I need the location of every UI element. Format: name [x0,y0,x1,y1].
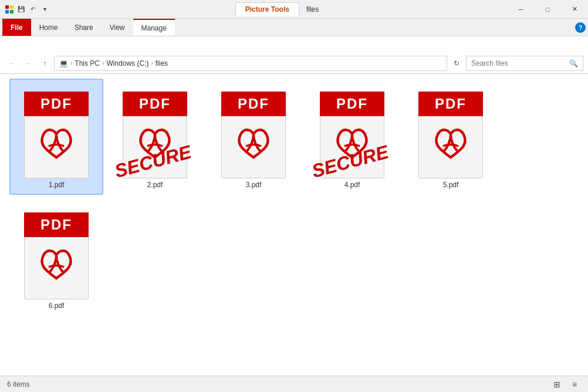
pdf-icon-wrapper: PDF [413,85,489,178]
acrobat-symbol [430,121,471,164]
breadcrumb-windows: Windows (C:) [106,59,148,67]
pdf-label: PDF [40,217,72,233]
forward-button[interactable]: → [21,56,35,70]
tab-share[interactable]: Share [66,19,102,36]
item-count: 6 items [7,380,30,388]
pdf-icon-wrapper: PDF [18,205,94,299]
pdf-icon-wrapper: PDF [215,85,292,178]
svg-rect-0 [5,5,9,9]
status-bar: 6 items ⊞ ≡ [0,376,588,392]
pdf-banner: PDF [418,92,483,116]
search-icon: 🔍 [569,59,578,67]
back-button[interactable]: ← [5,56,19,70]
titlebar-center: Picture Tools files [54,2,507,16]
view-list-icon[interactable]: ≡ [568,378,581,391]
picture-tools-tab[interactable]: Picture Tools [235,2,299,16]
acrobat-symbol [36,121,77,164]
address-bar: ← → ↑ 💻 › This PC › Windows (C:) › files… [0,53,588,74]
pdf-banner: PDF [24,212,89,237]
file-item[interactable]: PDF 3.pdf [207,79,300,195]
undo-icon[interactable]: ↶ [28,5,38,14]
quick-access-icon[interactable]: 💾 [16,5,26,14]
breadcrumb-thisPc: This PC [75,59,100,67]
file-item[interactable]: PDF 6.pdf [9,200,103,316]
tab-home[interactable]: Home [31,19,66,36]
refresh-button[interactable]: ↻ [450,56,464,70]
svg-rect-3 [10,10,13,13]
tab-view[interactable]: View [102,19,133,36]
pdf-banner: PDF [320,92,384,116]
svg-rect-1 [10,5,13,9]
acrobat-symbol [36,242,77,285]
file-label: 5.pdf [443,181,459,189]
view-large-icon[interactable]: ⊞ [550,378,563,391]
title-bar: 💾 ↶ ▾ Picture Tools files ─ □ ✕ [0,0,588,19]
pdf-banner: PDF [221,92,286,116]
pdf-icon-wrapper: PDF [18,85,94,178]
file-label: 2.pdf [147,181,163,189]
status-right: ⊞ ≡ [550,378,581,391]
titlebar-icons: 💾 ↶ ▾ [0,5,54,14]
pdf-label: PDF [40,96,72,112]
window-controls: ─ □ ✕ [507,0,588,19]
up-button[interactable]: ↑ [38,56,52,70]
file-label: 6.pdf [49,302,65,310]
system-icon [5,5,14,14]
pdf-label: PDF [139,96,171,112]
tab-file[interactable]: File [2,19,31,36]
files-container: PDF 1.pdf [0,74,588,376]
close-button[interactable]: ✕ [561,0,588,19]
svg-rect-2 [5,10,9,13]
pdf-icon-wrapper: PDF SECURE [314,85,390,178]
address-input[interactable]: 💻 › This PC › Windows (C:) › files [54,56,447,71]
maximize-button[interactable]: □ [534,0,561,19]
pdf-banner: PDF [123,92,187,116]
pdf-label: PDF [435,96,467,112]
acrobat-symbol [233,121,274,164]
file-item[interactable]: PDF SECURE 4.pdf [305,79,399,195]
breadcrumb-this-pc: 💻 [59,59,68,67]
breadcrumb: 💻 › This PC › Windows (C:) › files [59,59,168,67]
search-input[interactable] [471,59,567,67]
help-button[interactable]: ? [575,22,586,33]
search-box[interactable]: 🔍 [466,56,583,71]
file-label: 4.pdf [344,181,360,189]
ribbon-content [0,36,588,53]
pdf-label: PDF [336,96,368,112]
minimize-button[interactable]: ─ [507,0,534,19]
dropdown-icon[interactable]: ▾ [40,5,49,14]
file-label: 1.pdf [49,181,65,189]
file-item[interactable]: PDF 5.pdf [404,79,498,195]
file-item[interactable]: PDF 1.pdf [9,79,103,195]
pdf-label: PDF [238,96,269,112]
folder-title: files [299,3,326,16]
breadcrumb-files: files [156,59,168,67]
tab-manage[interactable]: Manage [133,19,175,36]
pdf-banner: PDF [24,92,89,116]
file-item[interactable]: PDF SECURE 2.pdf [108,79,202,195]
file-label: 3.pdf [246,181,262,189]
ribbon-tabs: File Home Share View Manage ? [0,19,588,36]
pdf-icon-wrapper: PDF SECURE [117,85,193,178]
